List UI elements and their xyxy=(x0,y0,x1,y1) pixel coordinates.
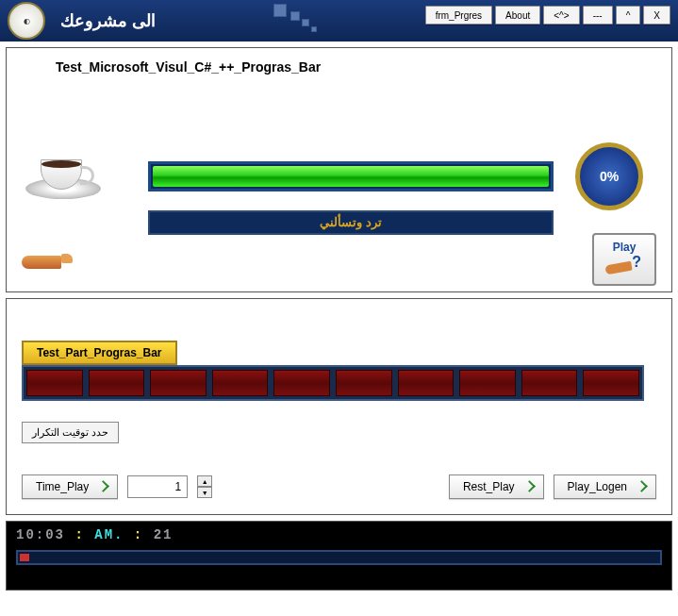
rest-play-button[interactable]: Rest_Play xyxy=(449,474,544,499)
window-title: الى مشروعك xyxy=(60,10,156,31)
mini-progress-bar xyxy=(16,550,662,565)
time-spinner: ▲ ▼ xyxy=(197,475,212,498)
arrow-icon xyxy=(633,482,642,491)
maximize-button[interactable]: ^ xyxy=(616,6,641,25)
green-progress-bar xyxy=(148,161,554,191)
segmented-progress-bar xyxy=(22,365,644,401)
app-logo-icon: ◐ xyxy=(8,2,45,40)
spinner-down-button[interactable]: ▼ xyxy=(197,487,212,498)
percent-value: 0% xyxy=(600,169,619,184)
title-button-group: frm_Prgres About <^> --- ^ X xyxy=(425,6,670,25)
play-button[interactable]: Play xyxy=(592,233,656,286)
segment xyxy=(398,370,455,396)
clock-extra: 21 xyxy=(154,527,174,542)
about-button[interactable]: About xyxy=(495,6,540,25)
segment xyxy=(150,370,207,396)
play-logen-label: Play_Logen xyxy=(568,480,627,493)
top-heading: Test_Microsoft_Visul_C#_++_Progras_Bar xyxy=(56,59,660,75)
arrow-icon xyxy=(94,482,104,491)
mid-controls-row: Time_Play ▲ ▼ Rest_Play Play_Logen xyxy=(22,474,656,499)
mid-panel: Test_Part_Progras_Bar حدد توقيت التكرار … xyxy=(6,298,672,515)
segment xyxy=(212,370,269,396)
segment xyxy=(521,370,578,396)
frm-prgres-button[interactable]: frm_Prgres xyxy=(425,6,492,25)
main-area: Test_Microsoft_Visul_C#_++_Progras_Bar ت… xyxy=(0,42,678,616)
coffee-cup-icon xyxy=(25,133,101,199)
arrow-icon xyxy=(521,482,530,491)
pointing-hand-icon xyxy=(22,250,73,276)
segment xyxy=(583,370,639,396)
segment-bar-label: Test_Part_Progras_Bar xyxy=(22,341,177,365)
segment xyxy=(89,370,145,396)
time-play-button[interactable]: Time_Play xyxy=(22,474,118,499)
mini-progress-fill xyxy=(20,554,29,561)
time-value-input[interactable] xyxy=(127,475,188,498)
clock-hours: 10:03 xyxy=(16,527,65,542)
minimize-button[interactable]: --- xyxy=(583,6,613,25)
hand-question-icon xyxy=(605,256,643,278)
segment xyxy=(336,370,392,396)
bottom-panel: 10:03 : AM. : 21 xyxy=(6,521,672,591)
digital-clock: 10:03 : AM. : 21 xyxy=(16,527,662,542)
green-progress-fill xyxy=(153,166,549,187)
title-bar: ◐ الى مشروعك frm_Prgres About <^> --- ^ … xyxy=(0,0,678,42)
caret-button[interactable]: <^> xyxy=(543,6,579,25)
play-logen-button[interactable]: Play_Logen xyxy=(554,474,656,499)
play-button-label: Play xyxy=(613,241,637,254)
clock-ampm: AM. xyxy=(94,527,124,542)
spinner-up-button[interactable]: ▲ xyxy=(197,475,212,487)
segment xyxy=(459,370,516,396)
status-label: ترد وتسألني xyxy=(148,210,554,235)
close-button[interactable]: X xyxy=(643,6,670,25)
time-play-label: Time_Play xyxy=(36,480,89,493)
title-decoration xyxy=(273,0,330,38)
top-panel: Test_Microsoft_Visul_C#_++_Progras_Bar ت… xyxy=(6,47,672,292)
segment xyxy=(26,370,83,396)
percent-circle: 0% xyxy=(575,142,643,210)
timing-group-label: حدد توقيت التكرار xyxy=(22,422,119,443)
rest-play-label: Rest_Play xyxy=(463,480,515,493)
segment xyxy=(273,370,330,396)
